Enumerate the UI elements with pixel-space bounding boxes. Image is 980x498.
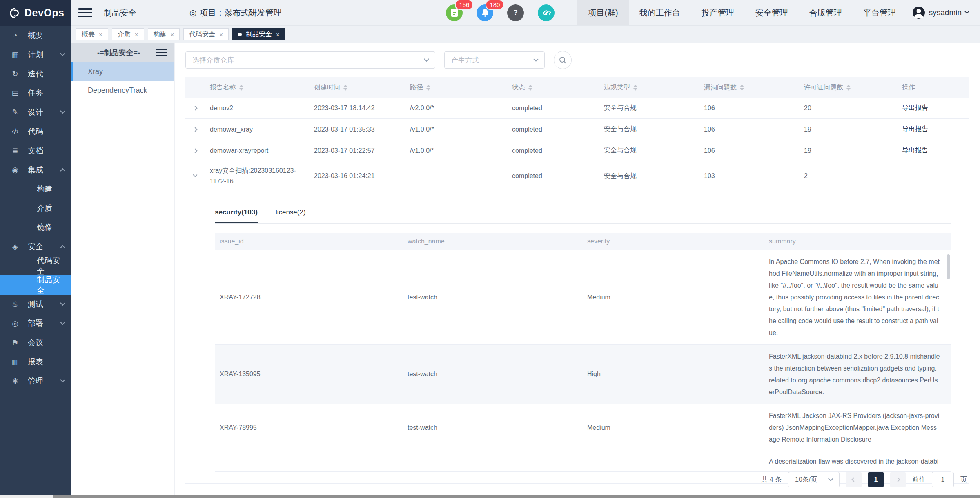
sidebar-subitem-构建[interactable]: 构建 [0,179,71,199]
column-header-许可证问题数[interactable]: 许可证问题数 [799,83,897,92]
sidebar-item-文档[interactable]: ≣文档 [0,141,71,160]
sidebar-subitem-制品安全[interactable]: 制品安全 [0,275,71,295]
sidebar-item-集成[interactable]: ◉集成 [0,160,71,179]
sidebar-item-会议[interactable]: ⚑会议 [0,333,71,352]
detail-cell-summary: In Apache Commons IO before 2.7, When in… [764,250,951,344]
horizontal-scrollbar-thumb[interactable] [53,495,980,498]
column-header-报告名称[interactable]: 报告名称 [205,83,309,92]
devops-logo-icon [8,7,20,19]
export-report-link[interactable]: 导出报告 [902,125,928,132]
column-header-漏洞问题数[interactable]: 漏洞问题数 [699,83,799,92]
tab-close-icon[interactable]: × [135,31,138,38]
project-selector[interactable]: ◎ 项目：瀑布式研发管理 [189,7,281,18]
tab-close-icon[interactable]: × [219,31,223,38]
sidebar-item-代码[interactable]: ‹/›代码 [0,122,71,141]
link-icon[interactable] [538,4,555,21]
table-row: xray安全扫描:202303160123-1172-162023-03-16 … [185,161,969,191]
sort-icons[interactable] [528,85,532,91]
goto-page-input[interactable] [932,472,954,487]
tab-介质[interactable]: 介质× [112,28,144,40]
sidebar-subitem-镜像[interactable]: 镜像 [0,218,71,237]
horizontal-scrollbar[interactable] [0,495,980,498]
document-icon[interactable]: 156 [446,4,463,21]
tab-概要[interactable]: 概要× [76,28,108,40]
sidebar-item-测试[interactable]: ♨测试 [0,295,71,314]
sidebar-subitem-介质[interactable]: 介质 [0,199,71,218]
chevron-down-icon [60,377,65,382]
sort-icons[interactable] [740,85,744,91]
nav-item-安全管理[interactable]: 安全管理 [745,0,799,25]
sidebar-item-安全[interactable]: ◈安全 [0,237,71,256]
cell-lic: 19 [799,126,897,133]
column-header-违规类型[interactable]: 违规类型 [599,83,699,92]
next-page-button[interactable] [890,472,906,487]
expand-row-icon[interactable] [185,149,205,152]
detail-cell-summary: A deserialization flaw was discovered in… [764,451,951,472]
repo-select[interactable]: 选择介质仓库 [185,51,435,69]
column-header-状态[interactable]: 状态 [507,83,599,92]
export-report-link[interactable]: 导出报告 [902,104,928,111]
main-content: 选择介质仓库 产生方式 报告名称创建时间路径 [175,43,980,498]
sidebar-item-概要[interactable]: ◔概要 [0,26,71,45]
sort-icons[interactable] [633,85,637,91]
sidebar-item-计划[interactable]: ▦计划 [0,45,71,64]
column-header-label: 报告名称 [210,83,236,92]
sidebar-item-迭代[interactable]: ↻迭代 [0,64,71,83]
report-table-body: demov22023-03-17 18:14:42/v2.0.0/*comple… [185,98,969,191]
user-menu[interactable]: sysadmin [906,6,980,19]
method-select[interactable]: 产生方式 [444,51,545,69]
help-icon[interactable]: ? [507,4,524,21]
tab-close-icon[interactable]: × [276,31,280,38]
tab-label: 制品安全 [246,30,272,39]
detail-tab-security(103)[interactable]: security(103) [215,208,258,223]
export-report-link[interactable]: 导出报告 [902,147,928,154]
page-size-select[interactable]: 10条/页 [788,472,840,487]
nav-item-合版管理[interactable]: 合版管理 [799,0,853,25]
nav-item-平台管理[interactable]: 平台管理 [853,0,906,25]
total-count: 共 4 条 [761,476,782,484]
prev-page-button[interactable] [846,472,862,487]
summary-scrollbar-thumb[interactable] [947,254,950,279]
brand-name: DevOps [24,7,64,19]
nav-item-项目(群)[interactable]: 项目(群) [577,0,628,25]
sidebar-subitem-label: 介质 [37,203,65,214]
tab-代码安全[interactable]: 代码安全× [183,28,229,40]
collapse-row-icon[interactable] [185,174,205,178]
tab-close-icon[interactable]: × [99,31,102,38]
expand-row-icon[interactable] [185,107,205,110]
nav-item-我的工作台[interactable]: 我的工作台 [629,0,691,25]
tab-制品安全[interactable]: 制品安全× [232,28,285,40]
detail-table-body: XRAY-172728test-watchMediumIn Apache Com… [215,250,951,472]
sidebar-item-任务[interactable]: ▤任务 [0,83,71,103]
cell-violation: 安全与合规 [599,172,699,181]
sort-icons[interactable] [846,85,851,91]
bell-icon[interactable]: 180 [477,4,493,21]
cell-violation: 安全与合规 [599,146,699,155]
sidebar-item-设计[interactable]: ✎设计 [0,103,71,122]
expand-row-icon[interactable] [185,128,205,131]
tab-构建[interactable]: 构建× [148,28,180,40]
column-header-路径[interactable]: 路径 [405,83,507,92]
column-header-label: 创建时间 [314,83,340,92]
sort-icons[interactable] [343,85,347,91]
secondary-panel: -=制品安全=- XrayDependencyTrack [71,43,175,498]
sidebar-item-label: 文档 [28,145,65,156]
column-header-创建时间[interactable]: 创建时间 [309,83,405,92]
sidebar-subitem-代码安全[interactable]: 代码安全 [0,256,71,275]
sidebar-item-报表[interactable]: ▥报表 [0,352,71,371]
scanner-item-DependencyTrack[interactable]: DependencyTrack [71,81,174,100]
menu-toggle-icon[interactable] [78,6,92,19]
nav-item-投产管理[interactable]: 投产管理 [691,0,745,25]
sort-icons[interactable] [426,85,430,91]
sidebar-item-管理[interactable]: ✻管理 [0,371,71,391]
current-page-button[interactable]: 1 [868,472,884,487]
detail-tab-license(2)[interactable]: license(2) [276,208,306,223]
sort-icons[interactable] [239,85,243,91]
chevron-down-icon [60,300,65,306]
panel-collapse-icon[interactable] [156,47,167,58]
scanner-item-Xray[interactable]: Xray [71,62,174,81]
tab-close-icon[interactable]: × [171,31,174,38]
sidebar-item-部署[interactable]: ◎部署 [0,314,71,333]
search-button[interactable] [554,51,572,69]
sidebar-subitem-label: 代码安全 [37,255,65,277]
